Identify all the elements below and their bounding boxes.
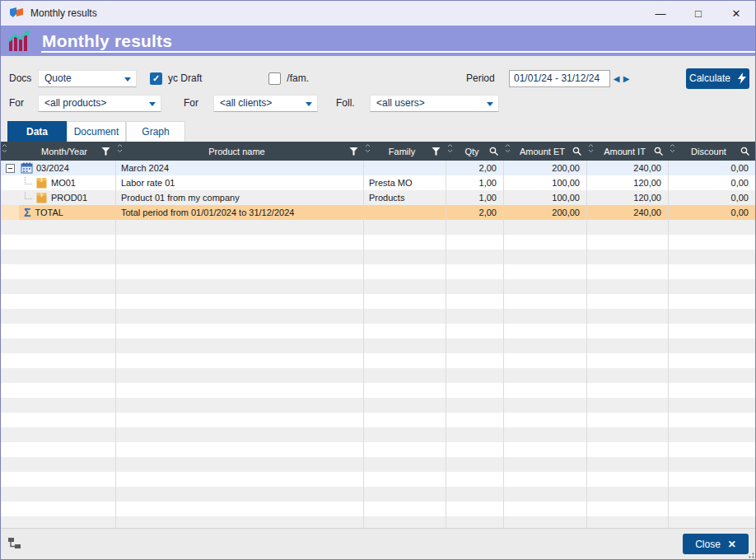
filter-icon[interactable] — [349, 147, 358, 156]
qty-value: 2,00 — [479, 163, 497, 173]
empty-table-row[interactable] — [1, 353, 755, 368]
filter-row-2: For <all products> For <all clients> Fol… — [1, 93, 755, 113]
empty-table-row[interactable] — [1, 309, 755, 324]
empty-table-row[interactable] — [1, 250, 755, 264]
filter-icon[interactable] — [101, 147, 110, 156]
empty-table-row[interactable] — [1, 368, 755, 383]
empty-table-row[interactable] — [1, 442, 755, 457]
discount-value: 0,00 — [731, 193, 749, 203]
amount-it-value: 120,00 — [633, 193, 661, 203]
yc-draft-checkbox[interactable]: ✓ — [150, 72, 162, 85]
column-header-expander[interactable] — [1, 142, 19, 161]
column-header-product-name[interactable]: Product name — [116, 142, 364, 161]
empty-table-row[interactable] — [1, 516, 755, 528]
empty-table-row[interactable] — [1, 502, 755, 516]
amount-et-value: 100,00 — [552, 193, 580, 203]
window-title: Monthly results — [30, 7, 97, 19]
column-header-amount-it[interactable]: Amount IT — [587, 142, 669, 161]
users-combobox[interactable]: <all users> — [370, 95, 499, 112]
table-row-item[interactable]: MO01 Labor rate 01 Presta MO 1,00 100,00… — [1, 175, 755, 190]
tab-document[interactable]: Document — [67, 121, 126, 142]
filter-icon[interactable] — [432, 147, 441, 156]
product-code-value: PROD01 — [51, 193, 87, 203]
products-combobox[interactable]: <all products> — [38, 95, 161, 112]
amount-et-total-value: 200,00 — [552, 208, 580, 217]
empty-table-row[interactable] — [1, 220, 755, 235]
empty-table-row[interactable] — [1, 294, 755, 309]
close-icon: ✕ — [732, 7, 741, 20]
calculate-button-label: Calculate — [689, 72, 730, 84]
table-row-total[interactable]: Σ TOTAL Total period from 01/01/2024 to … — [1, 205, 755, 220]
maximize-button[interactable]: □ — [679, 1, 717, 26]
docs-combobox[interactable]: Quote — [38, 70, 137, 87]
period-prev-icon[interactable]: ◀ — [612, 74, 621, 83]
search-icon[interactable] — [740, 147, 750, 156]
family-value: Products — [369, 193, 404, 203]
empty-table-row[interactable] — [1, 398, 755, 413]
tab-graph[interactable]: Graph — [126, 121, 185, 142]
search-icon[interactable] — [654, 147, 664, 156]
minimize-button[interactable]: — — [642, 1, 679, 26]
total-label: TOTAL — [35, 208, 63, 217]
qty-value: 1,00 — [479, 178, 497, 188]
title-underline — [41, 51, 755, 53]
empty-table-row[interactable] — [1, 427, 755, 442]
tab-data-label: Data — [26, 126, 48, 138]
calculate-button[interactable]: Calculate — [686, 68, 749, 89]
check-icon: ✓ — [152, 73, 160, 84]
chevron-down-icon — [306, 102, 312, 106]
tab-document-label: Document — [74, 126, 119, 138]
sort-icon — [505, 143, 511, 153]
column-label: Product name — [116, 147, 349, 156]
collapse-icon[interactable] — [6, 164, 15, 173]
table-row-item[interactable]: PROD01 Product 01 from my company Produc… — [1, 190, 755, 205]
empty-table-row[interactable] — [1, 487, 755, 502]
tab-bar: Data Document Graph — [1, 121, 755, 142]
app-logo-icon — [9, 7, 24, 20]
empty-table-row[interactable] — [1, 279, 755, 294]
for-products-label: For — [9, 97, 38, 109]
amount-it-value: 120,00 — [633, 178, 661, 188]
sort-icon — [588, 143, 594, 153]
search-icon[interactable] — [572, 147, 582, 156]
product-name-value: Labor rate 01 — [121, 178, 175, 188]
qty-total-value: 2,00 — [479, 208, 497, 217]
docs-label: Docs — [9, 72, 38, 84]
amount-et-value: 200,00 — [552, 163, 580, 173]
tab-data[interactable]: Data — [7, 121, 67, 142]
empty-table-row[interactable] — [1, 413, 755, 427]
empty-table-row[interactable] — [1, 324, 755, 338]
period-next-icon[interactable]: ▶ — [622, 74, 631, 83]
close-window-button[interactable]: ✕ — [717, 1, 755, 26]
period-input[interactable] — [509, 70, 610, 87]
empty-table-row[interactable] — [1, 457, 755, 472]
column-header-qty[interactable]: Qty — [446, 142, 504, 161]
empty-table-row[interactable] — [1, 338, 755, 353]
page-header-banner: Monthly results — [1, 26, 755, 56]
maximize-icon: □ — [695, 7, 702, 20]
clients-combobox-value: <all clients> — [220, 97, 272, 109]
column-header-month-year[interactable]: Month/Year — [19, 142, 116, 161]
search-icon[interactable] — [489, 147, 499, 156]
empty-table-row[interactable] — [1, 264, 755, 279]
empty-table-row[interactable] — [1, 383, 755, 398]
table-row-month[interactable]: 03/2024 March 2024 2,00 200,00 240,00 0,… — [1, 161, 755, 175]
tab-graph-label: Graph — [142, 126, 169, 138]
chevron-down-icon — [124, 77, 131, 82]
resize-grip[interactable] — [747, 551, 754, 558]
column-header-discount[interactable]: Discount — [669, 142, 755, 161]
column-header-family[interactable]: Family — [364, 142, 446, 161]
empty-table-row[interactable] — [1, 235, 755, 250]
chevron-down-icon — [487, 102, 493, 106]
tree-connector — [25, 177, 32, 184]
footer-bar: Close ✕ — [1, 528, 755, 559]
empty-table-row[interactable] — [1, 472, 755, 487]
tree-view-icon[interactable] — [7, 537, 22, 552]
grid-header: Month/Year Product name Family Qty Amoun — [1, 142, 755, 161]
column-header-amount-et[interactable]: Amount ET — [504, 142, 587, 161]
sort-icon — [2, 143, 7, 153]
fam-checkbox[interactable] — [268, 72, 281, 85]
clients-combobox[interactable]: <all clients> — [213, 95, 318, 112]
close-button[interactable]: Close ✕ — [683, 534, 749, 554]
window-controls: — □ ✕ — [642, 1, 755, 26]
